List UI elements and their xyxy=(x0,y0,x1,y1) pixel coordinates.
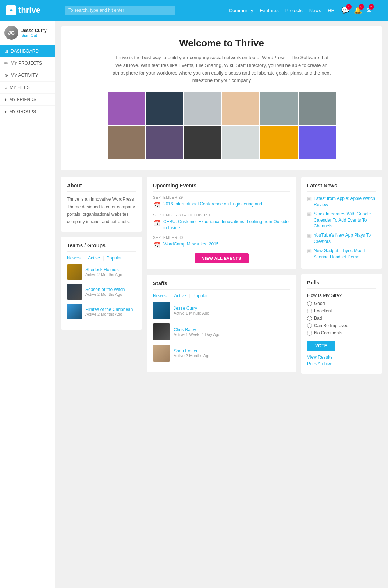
news-item-3: ▣ New Gadget: Thync Mood-Altering Headse… xyxy=(307,248,376,260)
logo[interactable]: ✦ thrive xyxy=(6,5,61,15)
view-all-events-button[interactable]: VIEW ALL EVENTS xyxy=(195,253,249,263)
news-item-2: ▣ YouTube's New App Plays To Creators xyxy=(307,232,376,245)
staff-name-2[interactable]: Shan Foster xyxy=(174,348,210,354)
view-results-link[interactable]: View Results xyxy=(307,355,376,360)
news-link-0[interactable]: Latest from Apple: Apple Watch Review xyxy=(314,196,376,208)
teams-tab-active[interactable]: Active xyxy=(88,255,100,261)
logo-icon: ✦ xyxy=(6,5,16,15)
poll-label-good: Good xyxy=(314,301,325,306)
staff-avatar-1 xyxy=(153,323,170,340)
user-info: Jesse Curry Sign Out xyxy=(21,28,47,37)
left-column: About Thrive is an innovative WordPress … xyxy=(61,177,142,335)
staff-activity-0: Active 1 Minute Ago xyxy=(174,311,209,315)
sidebar-item-my-projects[interactable]: ✏ MY PROJECTS xyxy=(0,57,55,69)
menu-icon-button[interactable]: ☰ xyxy=(376,6,382,14)
staffs-card: Staffs Newest | Active | Popular Jesse C… xyxy=(147,275,296,372)
staffs-tabs: Newest | Active | Popular xyxy=(153,293,290,298)
poll-label-excellent: Excellent xyxy=(314,308,332,313)
sidebar-item-dashboard[interactable]: ⊞ DASHBOARD xyxy=(0,45,55,57)
event-title-0[interactable]: 2016 International Conference on Enginee… xyxy=(163,201,267,207)
team-name-0[interactable]: Sherlock Holmes xyxy=(85,267,122,272)
layout: JC Jesse Curry Sign Out ⊞ DASHBOARD ✏ MY… xyxy=(0,21,388,588)
nav-news[interactable]: News xyxy=(309,8,321,13)
activity-icon: ⊙ xyxy=(4,73,8,78)
team-name-1[interactable]: Season of the Witch xyxy=(85,287,125,292)
sidebar-label-my-groups: MY GROUPS xyxy=(9,109,36,114)
polls-section-title: Polls xyxy=(307,280,376,289)
staff-item-2: Shan Foster Active 2 Months Ago xyxy=(153,345,290,362)
calendar-icon-2: 📅 xyxy=(153,242,160,249)
news-item-0: ▣ Latest from Apple: Apple Watch Review xyxy=(307,196,376,208)
hamburger-icon: ☰ xyxy=(376,7,382,14)
staff-item-1: Chris Baley Active 1 Week, 1 Day Ago xyxy=(153,323,290,340)
teams-tab-newest[interactable]: Newest xyxy=(67,255,82,261)
content-row: About Thrive is an innovative WordPress … xyxy=(61,177,382,379)
mail-icon-button[interactable]: ✉ 2 xyxy=(366,6,372,14)
notifications-icon-button[interactable]: 🔔 2 xyxy=(354,6,362,14)
poll-radio-can-be-improved[interactable] xyxy=(307,323,312,328)
poll-radio-good[interactable] xyxy=(307,301,312,306)
teams-tab-popular[interactable]: Popular xyxy=(107,255,122,261)
news-icon-3: ▣ xyxy=(307,248,312,254)
search-container xyxy=(65,6,175,15)
news-link-2[interactable]: YouTube's New App Plays To Creators xyxy=(314,232,376,245)
poll-radio-no-comments[interactable] xyxy=(307,331,312,336)
photo-5 xyxy=(260,92,298,125)
latest-news-title: Latest News xyxy=(307,183,376,192)
event-title-2[interactable]: WordCamp Milwaukee 2015 xyxy=(163,241,219,247)
nav-community[interactable]: Community xyxy=(229,8,253,13)
poll-radio-bad[interactable] xyxy=(307,316,312,321)
team-avatar-0 xyxy=(67,264,82,280)
chat-icon-button[interactable]: 💬 1 xyxy=(341,6,349,14)
poll-option-excellent: Excellent xyxy=(307,308,376,313)
sidebar-nav: ⊞ DASHBOARD ✏ MY PROJECTS ⊙ MY ACTIVITY … xyxy=(0,45,55,118)
nav-projects[interactable]: Projects xyxy=(285,8,303,13)
team-item-1: Season of the Witch Active 2 Months Ago xyxy=(67,284,136,300)
polls-links: View Results Polls Archive xyxy=(307,355,376,366)
sidebar-label-my-files: MY FILES xyxy=(10,85,29,90)
sidebar-label-my-projects: MY PROJECTS xyxy=(11,61,42,66)
poll-option-bad: Bad xyxy=(307,316,376,321)
sidebar-item-my-friends[interactable]: ♦ MY FRIENDS xyxy=(0,94,55,106)
dashboard-icon: ⊞ xyxy=(4,49,8,54)
event-date-2: September 30 xyxy=(153,236,290,240)
poll-option-can-be-improved: Can Be Improved xyxy=(307,323,376,328)
sidebar-item-my-activity[interactable]: ⊙ MY ACTIVITY xyxy=(0,69,55,82)
staffs-tab-popular[interactable]: Popular xyxy=(193,293,208,298)
poll-label-can-be-improved: Can Be Improved xyxy=(314,323,348,328)
photo-11 xyxy=(260,126,298,159)
nav-hr[interactable]: HR xyxy=(328,8,335,13)
latest-news-card: Latest News ▣ Latest from Apple: Apple W… xyxy=(301,177,382,269)
notifications-badge: 2 xyxy=(359,4,364,10)
news-link-1[interactable]: Slack Integrates With Google Calendar To… xyxy=(314,211,376,229)
photo-10 xyxy=(222,126,259,159)
sign-out-link[interactable]: Sign Out xyxy=(21,33,47,37)
poll-radio-excellent[interactable] xyxy=(307,309,312,313)
events-title: Upcoming Events xyxy=(153,183,290,192)
teams-card: Teams / Groups Newest | Active | Popular… xyxy=(61,237,142,330)
event-date-0: September 29 xyxy=(153,196,290,200)
nav-features[interactable]: Features xyxy=(260,8,278,13)
about-title: About xyxy=(67,183,136,192)
staffs-tab-newest[interactable]: Newest xyxy=(153,293,168,298)
staffs-tab-active[interactable]: Active xyxy=(174,293,186,298)
staffs-title: Staffs xyxy=(153,280,290,290)
staff-name-0[interactable]: Jesse Curry xyxy=(174,306,209,311)
sidebar-item-my-groups[interactable]: ♦ MY GROUPS xyxy=(0,106,55,118)
sidebar-item-my-files[interactable]: ○ MY FILES xyxy=(0,82,55,94)
logo-text: thrive xyxy=(18,6,40,15)
team-item-2: Pirates of the Caribbean Active 2 Months… xyxy=(67,304,136,319)
team-name-2[interactable]: Pirates of the Caribbean xyxy=(85,307,133,312)
search-input[interactable] xyxy=(65,6,175,15)
event-title-1[interactable]: CEBU: Customer Experience Innovations: L… xyxy=(163,219,290,231)
user-name: Jesse Curry xyxy=(21,28,47,33)
staff-name-1[interactable]: Chris Baley xyxy=(174,327,220,332)
vote-button[interactable]: VOTE xyxy=(307,341,335,351)
about-text: Thrive is an innovative WordPress Theme … xyxy=(67,196,136,226)
projects-icon: ✏ xyxy=(4,61,8,66)
header-icons: 💬 1 🔔 2 ✉ 2 ☰ xyxy=(341,6,382,14)
welcome-title: Welcome to Thrive xyxy=(76,37,367,49)
poll-option-good: Good xyxy=(307,301,376,306)
polls-archive-link[interactable]: Polls Archive xyxy=(307,361,376,366)
news-link-3[interactable]: New Gadget: Thync Mood-Altering Headset … xyxy=(314,248,376,260)
